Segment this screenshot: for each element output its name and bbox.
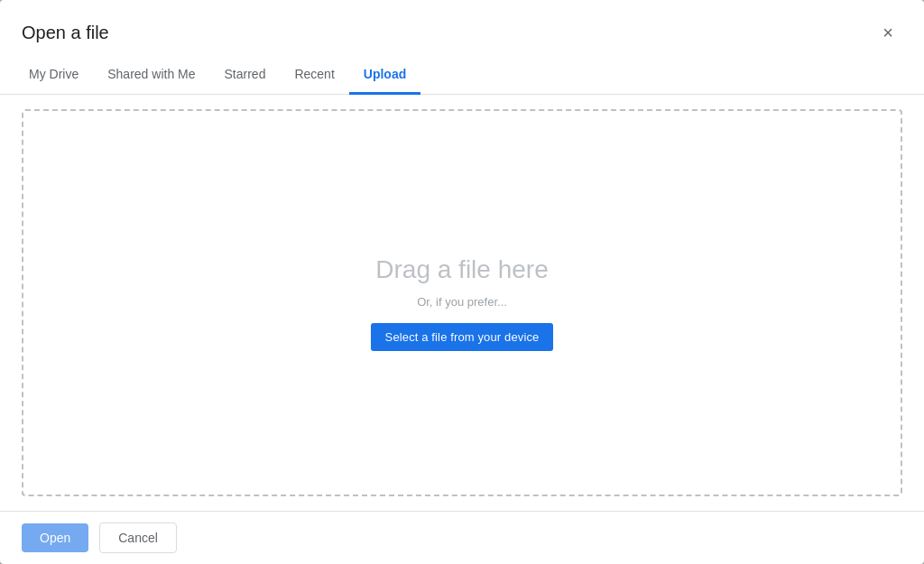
tab-shared-with-me[interactable]: Shared with Me	[93, 56, 209, 95]
dialog-body: Drag a file here Or, if you prefer... Se…	[0, 95, 924, 511]
tab-starred[interactable]: Starred	[210, 56, 281, 95]
open-file-dialog: Open a file × My Drive Shared with Me St…	[0, 0, 924, 564]
drag-text: Drag a file here	[375, 255, 548, 284]
dialog-title: Open a file	[22, 23, 109, 43]
tab-upload[interactable]: Upload	[349, 56, 420, 95]
dialog-overlay: Open a file × My Drive Shared with Me St…	[0, 0, 924, 564]
cancel-button[interactable]: Cancel	[99, 522, 177, 553]
tab-bar: My Drive Shared with Me Starred Recent U…	[0, 56, 924, 95]
or-text: Or, if you prefer...	[417, 295, 507, 309]
tab-recent[interactable]: Recent	[280, 56, 348, 95]
dialog-header: Open a file ×	[0, 0, 924, 56]
open-button[interactable]: Open	[22, 523, 88, 552]
select-file-button[interactable]: Select a file from your device	[371, 323, 554, 351]
tab-my-drive[interactable]: My Drive	[14, 56, 93, 95]
dialog-footer: Open Cancel	[0, 511, 924, 564]
drop-zone[interactable]: Drag a file here Or, if you prefer... Se…	[22, 109, 902, 496]
close-button[interactable]: ×	[873, 18, 902, 47]
